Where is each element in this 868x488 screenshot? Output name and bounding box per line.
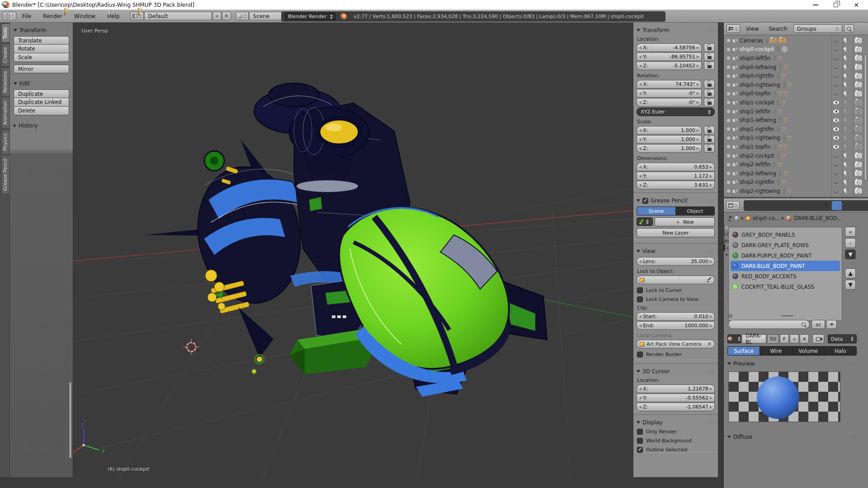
outliner-search-menu[interactable]: Search [764, 26, 791, 32]
lens-field[interactable]: ◀Lens:35.000▶ [637, 257, 715, 266]
breadcrumb-material[interactable]: DARK-BLUE_BOD... [794, 215, 842, 221]
unlink-material-button[interactable]: ✕ [800, 334, 809, 343]
visibility-eye-icon[interactable] [833, 144, 840, 150]
cursor-location-z-field[interactable]: ◀Z:-1.06547▶ [637, 403, 715, 411]
lock-to-object-field[interactable] [637, 276, 715, 284]
duplicate-button[interactable]: Duplicate [14, 89, 69, 98]
transform-panel-header[interactable]: Transform:::: [14, 27, 69, 33]
scale-x-field[interactable]: ◀X:1.000▶ [637, 126, 702, 135]
visibility-eye-icon[interactable] [833, 117, 840, 123]
expand-icon[interactable]: ⊕ [726, 82, 732, 87]
3d-cursor-section-header[interactable]: 3D Cursor:::: [637, 368, 715, 375]
outliner-item-ship2-leftwing[interactable]: ⊕ship2-leftwing|▽ [724, 169, 868, 178]
visibility-eye-icon[interactable] [833, 90, 840, 97]
physics-tab[interactable] [864, 201, 868, 210]
selectability-arrow-icon[interactable] [843, 47, 849, 52]
rotation-y-field[interactable]: ◀Y:-0°▶ [637, 89, 702, 98]
preview-hair-button[interactable]: ((( [725, 224, 728, 230]
outliner-item-ship1-rightwing[interactable]: ⊕ship1-rightwing|▽ [724, 134, 868, 143]
scale-x-lock-button[interactable] [704, 126, 715, 135]
expand-icon[interactable]: ⊕ [726, 180, 732, 185]
selectability-arrow-icon[interactable] [843, 162, 849, 168]
tool-tab-relations[interactable]: Relations [1, 67, 10, 96]
selectability-arrow-icon[interactable] [843, 117, 849, 123]
selectability-arrow-icon[interactable] [843, 126, 849, 132]
expand-icon[interactable]: ⊕ [726, 144, 732, 149]
tool-shelf-scrollbar[interactable] [69, 382, 72, 459]
breadcrumb-object[interactable]: ship0-co... [753, 215, 779, 221]
clear-camera-icon[interactable]: ✕ [708, 341, 712, 347]
renderability-camera-icon[interactable] [855, 47, 862, 52]
sort-reverse-button[interactable] [827, 320, 837, 329]
outliner-scrollbar[interactable] [864, 54, 867, 181]
outliner-item-ship1-rightfin[interactable]: ⊕ship1-rightfin|▽ [724, 125, 868, 134]
tool-tab-physics[interactable]: Physics [1, 130, 10, 155]
remove-material-slot-button[interactable]: － [845, 238, 856, 248]
renderability-camera-icon[interactable] [855, 180, 862, 185]
move-material-down-button[interactable]: ▼ [845, 280, 856, 290]
eyedropper-icon[interactable] [707, 278, 712, 282]
fake-user-button[interactable]: F [780, 334, 789, 343]
location-x-field[interactable]: ◀X:-4.58756▶ [637, 43, 702, 52]
menu-file[interactable]: File [16, 13, 37, 19]
expand-icon[interactable]: ⊕ [726, 136, 732, 141]
outline-selected-checkbox[interactable]: Outline Selected [637, 447, 715, 453]
rotation-mode-dropdown[interactable]: XYZ Euler [637, 108, 715, 116]
tool-tab-grease-pencil[interactable]: Grease Pencil [1, 155, 10, 194]
delete-layout-button[interactable]: ✕ [222, 12, 231, 20]
material-slot-dark-purple_body_paint[interactable]: DARK-PURPLE_BODY_PAINT [731, 250, 840, 261]
outliner-item-ship1-cockpit[interactable]: ⊕ship1-cockpit|▽ [724, 98, 868, 107]
outliner-item-ship0-topfin[interactable]: ⊕ship0-topfin|▽▽ [724, 89, 868, 99]
outliner-search-button[interactable] [844, 24, 854, 33]
tool-tab-tools[interactable]: Tools [1, 23, 10, 42]
outliner-item-ship2-cockpit[interactable]: ⊕ship2-cockpit|▽ [724, 151, 868, 160]
display-section-header[interactable]: Display:::: [637, 419, 715, 426]
outliner-item-ship1-topfin[interactable]: ⊕ship1-topfin|▽▽ [724, 142, 868, 151]
history-panel-header[interactable]: History:::: [14, 122, 69, 129]
tool-tab-animation[interactable]: Animation [1, 97, 10, 129]
expand-icon[interactable]: ⊕ [726, 91, 732, 96]
material-name-field[interactable]: DARK-BL [742, 334, 766, 343]
gp-new-button[interactable]: ＋New [655, 217, 715, 226]
selectability-arrow-icon[interactable] [843, 73, 849, 79]
3d-cursor[interactable] [183, 339, 199, 355]
outliner-item-ship0-rightfin[interactable]: ⊕ship0-rightfin|▽ [724, 71, 868, 80]
material-users-count[interactable]: 50 [767, 334, 779, 343]
visibility-eye-icon[interactable] [833, 64, 840, 70]
material-slot-red_body_accents[interactable]: RED_BODY_ACCENTS [731, 271, 840, 282]
scene-icon[interactable] [236, 12, 249, 20]
renderability-camera-icon[interactable] [855, 91, 862, 96]
duplicate-linked-button[interactable]: Duplicate Linked [14, 98, 69, 107]
scale-z-field[interactable]: ◀Z:1.000▶ [637, 144, 702, 153]
new-material-button[interactable]: ＋ [790, 334, 799, 343]
visibility-eye-icon[interactable] [833, 55, 840, 61]
expand-icon[interactable]: ⊕ [726, 100, 732, 105]
texture-tab[interactable] [843, 201, 853, 210]
dimensions-z-field[interactable]: ◀Z:3.631▶ [637, 181, 715, 189]
expand-icon[interactable]: ⊕ [726, 47, 732, 52]
renderability-camera-icon[interactable] [855, 82, 862, 87]
rotation-x-field[interactable]: ◀X:74.743°▶ [637, 80, 702, 89]
outliner-item-ship2-rightfin[interactable]: ⊕ship2-rightfin|▽ [724, 178, 868, 187]
visibility-eye-icon[interactable] [833, 126, 840, 132]
add-layout-button[interactable]: ＋ [212, 12, 222, 20]
selectability-arrow-icon[interactable] [843, 108, 849, 114]
dimensions-y-field[interactable]: ◀Y:1.172▶ [637, 172, 715, 180]
grease-pencil-section-header[interactable]: Grease Pencil:::: [637, 197, 715, 204]
pin-icon[interactable] [727, 216, 732, 221]
gp-scene-toggle[interactable]: Scene [637, 206, 676, 216]
collapse-filter-icon[interactable]: ⊖ [728, 313, 733, 319]
outliner-item-ship0-cockpit[interactable]: ⊕ship0-cockpit|▽ [724, 45, 868, 54]
visibility-eye-icon[interactable] [833, 38, 840, 44]
world-tab[interactable] [778, 201, 788, 210]
delete-button[interactable]: Delete [14, 107, 69, 115]
use-nodes-button[interactable] [812, 334, 824, 343]
gp-object-toggle[interactable]: Object [676, 206, 715, 216]
material-slot-grey_body_panels[interactable]: GREY_BODY_PANELS [731, 230, 840, 240]
scene-tab[interactable] [767, 201, 777, 210]
gp-new-layer-button[interactable]: New Layer [637, 228, 715, 237]
selectability-arrow-icon[interactable] [843, 91, 849, 97]
expand-icon[interactable]: ⊕ [726, 109, 732, 114]
material-link-dropdown[interactable]: Data [828, 334, 857, 343]
renderability-camera-icon[interactable] [855, 109, 862, 114]
